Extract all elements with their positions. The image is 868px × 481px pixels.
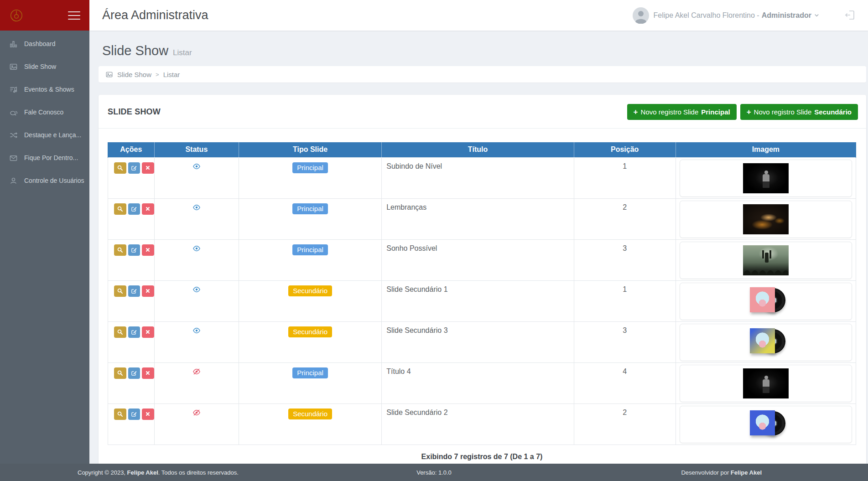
image-card — [680, 160, 852, 197]
tipo-cell: Secundário — [239, 280, 381, 321]
plus-icon: + — [634, 108, 638, 117]
posicao-cell: 3 — [574, 321, 676, 362]
titulo-cell: Lembranças — [382, 198, 574, 239]
table-header-row: Ações Status Tipo Slide Título Posição I… — [108, 142, 856, 157]
header-imagem: Imagem — [676, 142, 856, 157]
copyright-suffix: . Todos os direitos reservados. — [158, 469, 239, 476]
view-button[interactable] — [114, 203, 126, 215]
bar-chart-icon — [9, 40, 18, 48]
delete-button[interactable] — [142, 244, 154, 256]
delete-button[interactable] — [142, 162, 154, 174]
view-button[interactable] — [114, 326, 126, 338]
magnifier-icon — [117, 165, 123, 171]
envelope-icon — [9, 154, 18, 162]
button-label-strong: Secundário — [814, 108, 852, 116]
x-icon — [145, 247, 151, 253]
actions-cell — [108, 321, 155, 362]
edit-button[interactable] — [128, 203, 140, 215]
tipo-cell: Principal — [239, 362, 381, 403]
x-icon — [145, 411, 151, 417]
tipo-cell: Principal — [239, 157, 381, 198]
sidebar-item-eventos-shows[interactable]: Eventos & Shows — [0, 78, 89, 101]
sidebar-item-dashboard[interactable]: Dashboard — [0, 32, 89, 55]
sidebar-item-fique-por-dentro[interactable]: Fique Por Dentro... — [0, 146, 89, 169]
view-button[interactable] — [114, 285, 126, 297]
new-slide-principal-button[interactable]: +Novo registro Slide Principal — [627, 104, 737, 120]
edit-button[interactable] — [128, 367, 140, 379]
header-posicao: Posição — [574, 142, 676, 157]
imagem-cell — [676, 362, 856, 403]
view-button[interactable] — [114, 409, 126, 420]
sidebar-item-fale-conosco[interactable]: Fale Conosco — [0, 101, 89, 124]
status-cell — [154, 239, 239, 280]
sidebar-item-label: Fale Conosco — [24, 109, 63, 116]
music-list-icon — [9, 85, 18, 94]
footer-version: Versão: 1.0.0 — [416, 469, 452, 476]
pencil-square-icon — [131, 370, 137, 376]
page-subtitle: Listar — [173, 48, 192, 57]
sidebar-item-controle-usuarios[interactable]: Controle de Usuários — [0, 169, 89, 192]
new-slide-secundario-button[interactable]: +Novo registro Slide Secundário — [740, 104, 858, 120]
delete-button[interactable] — [142, 367, 154, 379]
magnifier-icon — [117, 370, 123, 376]
slide-thumbnail — [743, 204, 789, 234]
button-label-strong: Principal — [701, 108, 730, 116]
image-card — [680, 406, 852, 443]
sidebar-item-slide-show[interactable]: Slide Show — [0, 55, 89, 78]
posicao-cell: 1 — [574, 280, 676, 321]
view-button[interactable] — [114, 244, 126, 256]
actions-cell — [108, 157, 155, 198]
status-cell — [154, 321, 239, 362]
delete-button[interactable] — [142, 285, 154, 297]
delete-button[interactable] — [142, 409, 154, 420]
slide-thumbnail — [743, 327, 789, 357]
imagem-cell — [676, 239, 856, 280]
edit-button[interactable] — [128, 326, 140, 338]
tipo-slide-badge: Principal — [292, 203, 328, 214]
image-card — [680, 283, 852, 320]
x-icon — [145, 370, 151, 376]
tipo-slide-badge: Principal — [292, 244, 328, 255]
edit-button[interactable] — [128, 162, 140, 174]
slide-thumbnail — [743, 286, 789, 316]
page-title: Slide Show — [102, 43, 168, 58]
pencil-square-icon — [131, 411, 137, 417]
tipo-slide-badge: Secundário — [288, 326, 332, 337]
main-content: Slide Show Listar Slide Show > Listar SL… — [89, 31, 868, 464]
imagem-cell — [676, 198, 856, 239]
copyright-prefix: Copyright © 2023, — [78, 469, 127, 476]
edit-button[interactable] — [128, 409, 140, 420]
edit-button[interactable] — [128, 244, 140, 256]
chat-bubbles-icon — [9, 108, 18, 117]
user-avatar — [633, 7, 649, 24]
menu-toggle-button[interactable] — [67, 10, 81, 21]
pencil-square-icon — [131, 288, 137, 294]
topbar: Área Administrativa Felipe Akel Carvalho… — [89, 0, 868, 31]
user-menu[interactable]: Felipe Akel Carvalho Florentino - Admini… — [654, 11, 820, 20]
button-label: Novo registro Slide — [754, 108, 812, 116]
breadcrumb-slide-show[interactable]: Slide Show — [117, 71, 151, 78]
image-card — [680, 201, 852, 238]
breadcrumb: Slide Show > Listar — [99, 66, 866, 83]
magnifier-icon — [117, 329, 123, 335]
view-button[interactable] — [114, 367, 126, 379]
view-button[interactable] — [114, 162, 126, 174]
actions-cell — [108, 280, 155, 321]
table-row: Secundário Slide Secundário 3 3 — [108, 321, 856, 362]
x-icon — [145, 288, 151, 294]
posicao-cell: 1 — [574, 157, 676, 198]
records-summary: Exibindo 7 registros de 7 (De 1 a 7) — [108, 445, 856, 465]
slide-thumbnail — [743, 163, 789, 193]
delete-button[interactable] — [142, 326, 154, 338]
button-label: Novo registro Slide — [641, 108, 699, 116]
logout-button[interactable] — [843, 9, 857, 22]
footer-developer: Desenvolvidor por Felipe Akel — [681, 469, 762, 476]
header-tipo-slide: Tipo Slide — [239, 142, 381, 157]
actions-cell — [108, 239, 155, 280]
sidebar-item-label: Controle de Usuários — [24, 177, 84, 184]
edit-button[interactable] — [128, 285, 140, 297]
footer-copyright: Copyright © 2023, Felipe Akel. Todos os … — [78, 469, 239, 476]
table-row: Principal Título 4 4 — [108, 362, 856, 403]
sidebar-item-destaque-lancamentos[interactable]: Destaque e Lança... — [0, 124, 89, 146]
delete-button[interactable] — [142, 203, 154, 215]
